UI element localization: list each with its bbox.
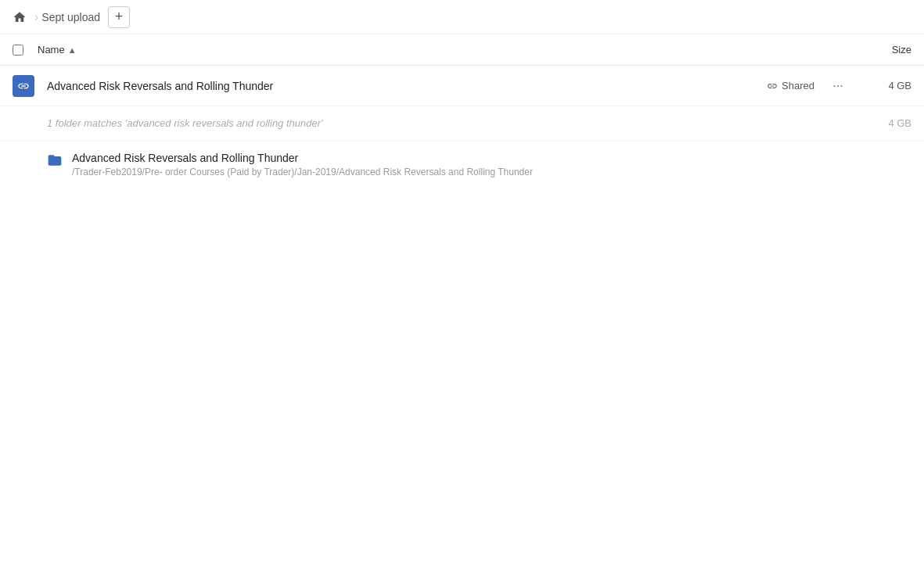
file-actions: Shared ···	[767, 75, 849, 97]
folder-path: /Trader-Feb2019/Pre- order Courses (Paid…	[72, 167, 533, 178]
sort-arrow-icon: ▲	[68, 45, 77, 55]
shared-link-icon	[767, 81, 778, 91]
name-column-header[interactable]: Name ▲	[38, 44, 849, 56]
file-size: 4 GB	[849, 80, 911, 91]
folder-icon	[47, 152, 63, 168]
add-button[interactable]: +	[108, 6, 130, 28]
link-file-icon	[13, 75, 34, 97]
search-results-info-row: 1 folder matches 'advanced risk reversal…	[0, 106, 924, 141]
table-header: Name ▲ Size	[0, 34, 924, 66]
file-row: Advanced Risk Reversals and Rolling Thun…	[0, 66, 924, 106]
file-icon-col	[13, 75, 38, 97]
folder-name[interactable]: Advanced Risk Reversals and Rolling Thun…	[72, 152, 533, 164]
header-checkbox-col[interactable]	[13, 45, 38, 56]
select-all-checkbox[interactable]	[13, 45, 23, 56]
shared-label-text: Shared	[782, 80, 814, 91]
size-column-header[interactable]: Size	[849, 44, 911, 56]
home-button[interactable]	[13, 10, 27, 24]
name-column-label: Name	[38, 44, 65, 56]
breadcrumb-folder[interactable]: Sept upload	[41, 11, 100, 23]
folder-result-row: Advanced Risk Reversals and Rolling Thun…	[0, 141, 924, 188]
search-results-info-text: 1 folder matches 'advanced risk reversal…	[0, 106, 370, 140]
search-results-size: 4 GB	[888, 117, 911, 129]
home-icon	[13, 10, 27, 24]
link-icon	[17, 80, 30, 92]
breadcrumb-bar: › Sept upload +	[0, 0, 924, 34]
folder-info: Advanced Risk Reversals and Rolling Thun…	[72, 152, 533, 178]
file-name[interactable]: Advanced Risk Reversals and Rolling Thun…	[38, 80, 767, 92]
more-options-button[interactable]: ···	[827, 75, 849, 97]
shared-status: Shared	[767, 80, 814, 91]
breadcrumb-separator: ›	[34, 10, 38, 24]
